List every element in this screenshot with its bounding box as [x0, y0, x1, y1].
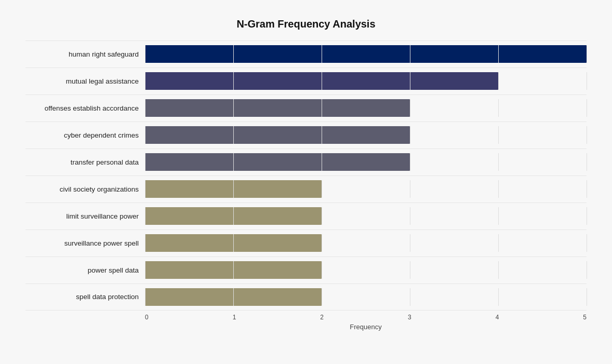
bar-row: limit surveillance power [25, 203, 587, 230]
bar-row: mutual legal assistance [25, 68, 587, 95]
bar-fill [145, 99, 410, 117]
x-tick: 0 [145, 314, 149, 321]
bar-row: civil society organizations [25, 176, 587, 203]
bar-fill [145, 153, 410, 171]
bar-track [145, 207, 587, 225]
x-tick: 5 [583, 314, 587, 321]
bar-track [145, 99, 587, 117]
x-tick: 3 [408, 314, 411, 321]
x-tick: 4 [496, 314, 499, 321]
chart-area: human right safeguardmutual legal assist… [25, 41, 587, 311]
bar-row: human right safeguard [25, 41, 587, 68]
x-tick: 2 [320, 314, 324, 321]
bar-fill [145, 207, 322, 225]
bar-label: mutual legal assistance [25, 77, 145, 85]
bar-track [145, 72, 587, 90]
bar-fill [145, 234, 322, 252]
x-axis-label: Frequency [145, 323, 587, 331]
bar-label: cyber dependent crimes [25, 131, 145, 139]
bar-fill [145, 180, 322, 198]
bar-track [145, 153, 587, 171]
bar-fill [145, 72, 498, 90]
bar-label: transfer personal data [25, 158, 145, 166]
bar-row: spell data protection [25, 284, 587, 311]
bar-row: transfer personal data [25, 149, 587, 176]
bar-label: human right safeguard [25, 50, 145, 58]
bar-row: offenses establish accordance [25, 95, 587, 122]
bar-fill [145, 45, 587, 63]
bar-track [145, 180, 587, 198]
x-axis-container: 012345 [145, 314, 587, 321]
chart-title: N-Gram Frequency Analysis [25, 18, 587, 30]
bar-fill [145, 261, 322, 279]
bar-fill [145, 126, 410, 144]
bar-label: offenses establish accordance [25, 104, 145, 112]
bar-label: limit surveillance power [25, 212, 145, 220]
bar-row: power spell data [25, 257, 587, 284]
bar-row: cyber dependent crimes [25, 122, 587, 149]
bar-fill [145, 288, 322, 306]
bar-track [145, 261, 587, 279]
x-axis-ticks: 012345 [145, 314, 587, 321]
x-tick: 1 [233, 314, 236, 321]
bar-row: surveillance power spell [25, 230, 587, 257]
bar-track [145, 126, 587, 144]
bar-label: surveillance power spell [25, 239, 145, 247]
chart-container: N-Gram Frequency Analysis human right sa… [10, 8, 602, 357]
bar-label: power spell data [25, 266, 145, 274]
bar-label: spell data protection [25, 293, 145, 301]
bar-track [145, 234, 587, 252]
bar-track [145, 288, 587, 306]
bar-track [145, 45, 587, 63]
bar-label: civil society organizations [25, 185, 145, 193]
